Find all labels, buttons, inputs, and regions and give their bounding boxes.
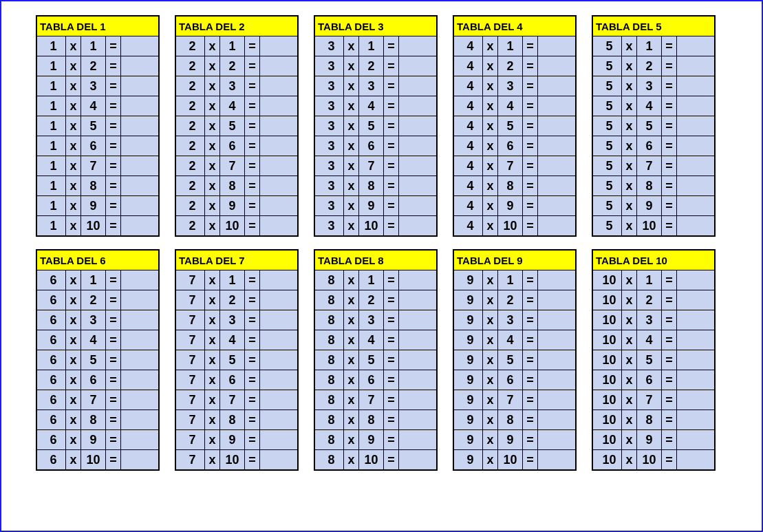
answer-cell[interactable] [538, 450, 576, 471]
answer-cell[interactable] [677, 196, 715, 216]
answer-cell[interactable] [260, 270, 298, 290]
answer-cell[interactable] [677, 350, 715, 370]
answer-cell[interactable] [121, 116, 159, 136]
answer-cell[interactable] [677, 410, 715, 430]
answer-cell[interactable] [121, 56, 159, 76]
answer-cell[interactable] [121, 156, 159, 176]
answer-cell[interactable] [538, 56, 576, 76]
answer-cell[interactable] [121, 96, 159, 116]
answer-cell[interactable] [538, 290, 576, 310]
answer-cell[interactable] [260, 36, 298, 56]
answer-cell[interactable] [121, 350, 159, 370]
answer-cell[interactable] [260, 410, 298, 430]
answer-cell[interactable] [121, 310, 159, 330]
answer-cell[interactable] [121, 176, 159, 196]
answer-cell[interactable] [399, 56, 437, 76]
answer-cell[interactable] [677, 156, 715, 176]
answer-cell[interactable] [677, 76, 715, 96]
answer-cell[interactable] [538, 350, 576, 370]
answer-cell[interactable] [399, 176, 437, 196]
answer-cell[interactable] [399, 290, 437, 310]
answer-cell[interactable] [260, 330, 298, 350]
answer-cell[interactable] [260, 136, 298, 156]
answer-cell[interactable] [399, 450, 437, 471]
answer-cell[interactable] [121, 390, 159, 410]
answer-cell[interactable] [121, 370, 159, 390]
answer-cell[interactable] [260, 430, 298, 450]
answer-cell[interactable] [399, 270, 437, 290]
answer-cell[interactable] [538, 390, 576, 410]
answer-cell[interactable] [121, 330, 159, 350]
answer-cell[interactable] [677, 450, 715, 471]
answer-cell[interactable] [399, 410, 437, 430]
answer-cell[interactable] [121, 216, 159, 237]
answer-cell[interactable] [538, 310, 576, 330]
answer-cell[interactable] [538, 430, 576, 450]
answer-cell[interactable] [260, 76, 298, 96]
answer-cell[interactable] [121, 136, 159, 156]
answer-cell[interactable] [677, 330, 715, 350]
answer-cell[interactable] [399, 156, 437, 176]
answer-cell[interactable] [538, 330, 576, 350]
answer-cell[interactable] [399, 370, 437, 390]
answer-cell[interactable] [260, 290, 298, 310]
answer-cell[interactable] [260, 96, 298, 116]
answer-cell[interactable] [538, 410, 576, 430]
answer-cell[interactable] [260, 156, 298, 176]
answer-cell[interactable] [399, 350, 437, 370]
answer-cell[interactable] [538, 96, 576, 116]
answer-cell[interactable] [677, 270, 715, 290]
answer-cell[interactable] [260, 196, 298, 216]
answer-cell[interactable] [260, 450, 298, 471]
answer-cell[interactable] [677, 56, 715, 76]
answer-cell[interactable] [260, 116, 298, 136]
answer-cell[interactable] [538, 136, 576, 156]
answer-cell[interactable] [121, 430, 159, 450]
answer-cell[interactable] [677, 290, 715, 310]
answer-cell[interactable] [538, 76, 576, 96]
answer-cell[interactable] [260, 56, 298, 76]
answer-cell[interactable] [399, 76, 437, 96]
answer-cell[interactable] [677, 390, 715, 410]
answer-cell[interactable] [538, 270, 576, 290]
answer-cell[interactable] [121, 410, 159, 430]
answer-cell[interactable] [677, 116, 715, 136]
answer-cell[interactable] [677, 310, 715, 330]
answer-cell[interactable] [399, 216, 437, 237]
answer-cell[interactable] [538, 216, 576, 237]
answer-cell[interactable] [538, 36, 576, 56]
answer-cell[interactable] [677, 136, 715, 156]
answer-cell[interactable] [677, 96, 715, 116]
answer-cell[interactable] [121, 196, 159, 216]
answer-cell[interactable] [399, 116, 437, 136]
answer-cell[interactable] [677, 216, 715, 237]
answer-cell[interactable] [260, 310, 298, 330]
answer-cell[interactable] [677, 36, 715, 56]
answer-cell[interactable] [260, 176, 298, 196]
answer-cell[interactable] [399, 310, 437, 330]
answer-cell[interactable] [399, 390, 437, 410]
answer-cell[interactable] [677, 430, 715, 450]
answer-cell[interactable] [121, 76, 159, 96]
answer-cell[interactable] [538, 116, 576, 136]
answer-cell[interactable] [121, 290, 159, 310]
answer-cell[interactable] [538, 196, 576, 216]
answer-cell[interactable] [260, 350, 298, 370]
answer-cell[interactable] [538, 156, 576, 176]
answer-cell[interactable] [260, 216, 298, 237]
answer-cell[interactable] [538, 370, 576, 390]
answer-cell[interactable] [121, 36, 159, 56]
answer-cell[interactable] [399, 136, 437, 156]
answer-cell[interactable] [399, 196, 437, 216]
answer-cell[interactable] [399, 330, 437, 350]
answer-cell[interactable] [260, 390, 298, 410]
answer-cell[interactable] [121, 450, 159, 471]
answer-cell[interactable] [260, 370, 298, 390]
answer-cell[interactable] [121, 270, 159, 290]
answer-cell[interactable] [399, 96, 437, 116]
answer-cell[interactable] [677, 176, 715, 196]
answer-cell[interactable] [399, 430, 437, 450]
answer-cell[interactable] [538, 176, 576, 196]
answer-cell[interactable] [677, 370, 715, 390]
answer-cell[interactable] [399, 36, 437, 56]
